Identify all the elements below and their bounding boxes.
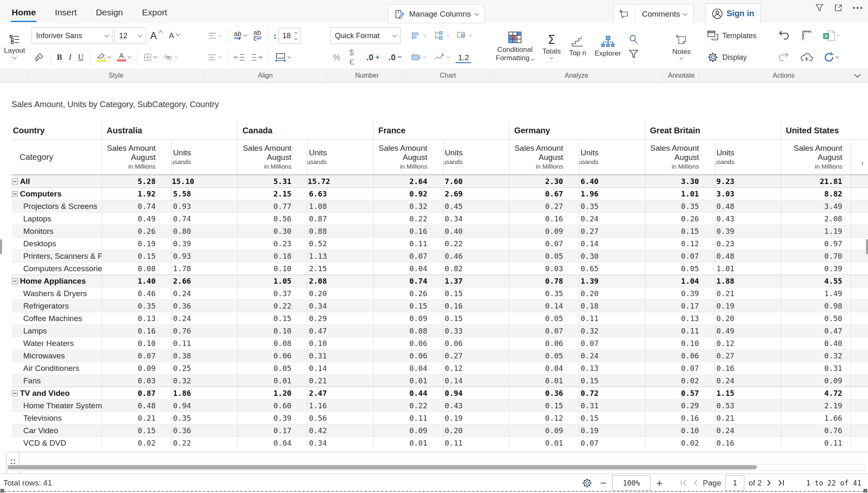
notes-button[interactable]: Notes — [668, 25, 694, 68]
stepper-down-icon[interactable] — [294, 36, 297, 39]
decrease-decimal-button[interactable]: .0− — [386, 51, 404, 64]
pivot-value-cell[interactable]: 0.32 — [171, 375, 237, 387]
pivot-value-cell[interactable]: 0.01 — [509, 437, 579, 449]
pivot-value-cell[interactable]: 0.32 — [373, 200, 443, 212]
pivot-value-cell[interactable]: 0.16 — [373, 225, 443, 237]
pivot-value-cell[interactable]: 1.15 — [715, 387, 781, 399]
pivot-category-header[interactable]: Category — [12, 140, 102, 174]
pivot-value-cell[interactable]: 1.39 — [579, 275, 645, 287]
pivot-value-cell[interactable]: 0.50 — [781, 312, 851, 324]
quick-format-select[interactable]: Quick Format — [330, 27, 401, 44]
pivot-value-cell[interactable]: 0.07 — [509, 238, 579, 250]
top-n-button[interactable]: Top n — [565, 25, 590, 68]
previous-page-button[interactable] — [693, 479, 698, 486]
pivot-value-cell[interactable]: 0.12 — [509, 412, 579, 424]
filter-icon[interactable] — [813, 2, 826, 14]
pivot-value-cell[interactable]: 2.08 — [781, 213, 851, 225]
pivot-value-cell[interactable]: 0.60 — [237, 400, 307, 412]
pivot-value-cell[interactable]: 0.02 — [102, 437, 171, 449]
horizontal-align-button[interactable] — [206, 52, 224, 62]
pivot-value-cell[interactable]: 5.31 — [237, 175, 307, 187]
pivot-units-header[interactable]: Unitsin Thousands — [307, 140, 373, 174]
pivot-value-cell[interactable]: 2.69 — [443, 188, 509, 200]
pivot-row-label[interactable]: Coffee Machines — [12, 312, 102, 324]
pivot-value-cell[interactable]: 1.49 — [781, 287, 851, 299]
pivot-value-cell[interactable]: 0.16 — [645, 412, 715, 424]
pivot-value-cell[interactable]: 0.06 — [373, 337, 443, 349]
font-name-select[interactable]: Inforiver Sans — [32, 27, 113, 44]
pivot-value-cell[interactable]: 0.32 — [781, 350, 851, 362]
pivot-value-cell[interactable]: 0.93 — [171, 250, 237, 262]
pivot-value-cell[interactable]: 2.30 — [509, 175, 579, 187]
pivot-value-cell[interactable]: 0.09 — [373, 312, 443, 324]
pivot-value-cell[interactable]: 0.56 — [307, 412, 373, 424]
pivot-value-cell[interactable]: 0.14 — [307, 362, 373, 374]
pivot-value-cell[interactable]: 1.01 — [715, 262, 781, 275]
pivot-country-header[interactable]: Canada — [237, 122, 373, 140]
pivot-value-cell[interactable]: 0.39 — [645, 287, 715, 299]
pivot-value-cell[interactable]: 0.87 — [102, 387, 171, 399]
next-page-button[interactable] — [767, 479, 772, 486]
pivot-value-cell[interactable]: 0.06 — [373, 350, 443, 362]
pivot-corner-header[interactable]: Country — [12, 122, 102, 140]
pivot-value-cell[interactable]: 0.14 — [509, 300, 579, 312]
decrease-font-size-button[interactable]: A — [166, 29, 182, 42]
pivot-value-cell[interactable]: 0.46 — [102, 287, 171, 299]
pivot-sales-amount-header[interactable]: Sales AmountAugustin Millions — [102, 140, 171, 174]
pivot-value-cell[interactable]: 0.09 — [781, 375, 851, 387]
templates-button[interactable]: Templates — [705, 29, 767, 42]
pivot-row-label[interactable]: Microwaves — [12, 350, 102, 362]
pivot-value-cell[interactable]: 0.31 — [579, 400, 645, 412]
pivot-row-label[interactable]: Water Heaters — [12, 337, 102, 349]
pivot-value-cell[interactable]: 0.65 — [579, 262, 645, 275]
pivot-value-cell[interactable]: 0.04 — [373, 262, 443, 275]
pivot-value-cell[interactable]: 1.96 — [579, 188, 645, 200]
focus-mode-icon[interactable] — [832, 2, 845, 14]
pivot-value-cell[interactable]: 1.40 — [102, 275, 171, 287]
pivot-value-cell[interactable]: 0.97 — [781, 238, 851, 250]
pivot-value-cell[interactable]: 0.15 — [102, 424, 171, 437]
pivot-value-cell[interactable]: 0.15 — [373, 300, 443, 312]
pivot-value-cell[interactable]: 0.33 — [443, 325, 509, 337]
pivot-value-cell[interactable]: 0.44 — [373, 387, 443, 399]
pivot-value-cell[interactable]: 0.10 — [645, 337, 715, 349]
pivot-value-cell[interactable]: 0.24 — [715, 375, 781, 387]
pivot-value-cell[interactable]: 0.07 — [645, 250, 715, 262]
pivot-value-cell[interactable]: 1.13 — [307, 250, 373, 262]
increase-indent-button[interactable] — [249, 52, 265, 63]
pivot-value-cell[interactable]: 1.78 — [171, 262, 237, 275]
pivot-value-cell[interactable]: 0.08 — [102, 262, 171, 275]
pivot-value-cell[interactable]: 0.35 — [171, 412, 237, 424]
pivot-value-cell[interactable]: 0.87 — [307, 213, 373, 225]
pivot-value-cell[interactable]: 0.36 — [509, 387, 579, 399]
pivot-value-cell[interactable]: 0.31 — [781, 362, 851, 374]
format-painter-button[interactable] — [32, 51, 46, 64]
pivot-value-cell[interactable]: 0.15 — [443, 287, 509, 299]
pivot-value-cell[interactable]: 0.29 — [307, 312, 373, 324]
pivot-value-cell[interactable]: 0.35 — [102, 300, 171, 312]
pivot-value-cell[interactable]: 0.26 — [645, 213, 715, 225]
pivot-value-cell[interactable]: 0.03 — [509, 262, 579, 275]
pivot-value-cell[interactable]: 0.32 — [579, 325, 645, 337]
pivot-value-cell[interactable]: 0.18 — [237, 250, 307, 262]
cell-chart-button[interactable] — [409, 52, 429, 63]
pivot-value-cell[interactable]: 0.17 — [237, 424, 307, 437]
pivot-value-cell[interactable]: 0.01 — [373, 375, 443, 387]
pivot-value-cell[interactable]: 21.81 — [781, 175, 851, 187]
font-color-button[interactable]: A — [115, 52, 133, 63]
pivot-value-cell[interactable]: 0.02 — [645, 375, 715, 387]
pivot-value-cell[interactable]: 0.01 — [373, 437, 443, 449]
pivot-country-header[interactable]: France — [373, 122, 509, 140]
pivot-value-cell[interactable]: 0.15 — [579, 375, 645, 387]
pivot-row-label[interactable]: Printers, Scanners & Fax — [12, 250, 102, 262]
combo-chart-button[interactable] — [455, 30, 474, 42]
pivot-row-label[interactable]: Refrigerators — [12, 300, 102, 312]
pivot-value-cell[interactable]: 0.10 — [645, 424, 715, 437]
pivot-value-cell[interactable]: 0.05 — [645, 262, 715, 275]
pivot-value-cell[interactable]: 0.76 — [171, 325, 237, 337]
pivot-value-cell[interactable]: 0.24 — [579, 213, 645, 225]
search-icon[interactable] — [629, 34, 639, 44]
pivot-value-cell[interactable]: 0.01 — [509, 375, 579, 387]
pivot-value-cell[interactable]: 0.11 — [443, 437, 509, 449]
pivot-value-cell[interactable]: 0.16 — [715, 437, 781, 449]
